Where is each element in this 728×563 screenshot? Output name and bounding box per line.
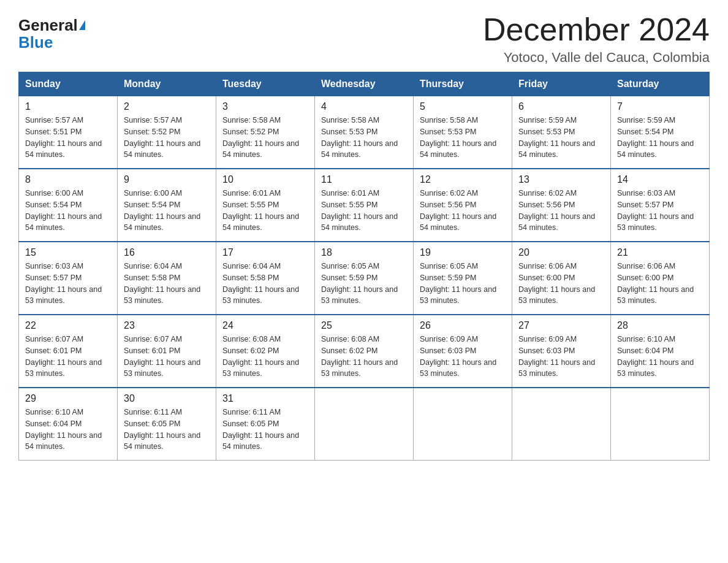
- day-info: Sunrise: 6:05 AMSunset: 5:59 PMDaylight:…: [420, 262, 496, 305]
- day-info: Sunrise: 6:01 AMSunset: 5:55 PMDaylight:…: [321, 189, 398, 232]
- calendar-week-row: 1 Sunrise: 5:57 AMSunset: 5:51 PMDayligh…: [19, 96, 710, 169]
- day-info: Sunrise: 6:08 AMSunset: 6:02 PMDaylight:…: [222, 335, 299, 378]
- table-row: 25 Sunrise: 6:08 AMSunset: 6:02 PMDaylig…: [315, 315, 414, 388]
- table-row: 29 Sunrise: 6:10 AMSunset: 6:04 PMDaylig…: [19, 388, 118, 461]
- day-number: 8: [25, 174, 111, 185]
- day-number: 31: [222, 393, 308, 404]
- day-info: Sunrise: 6:02 AMSunset: 5:56 PMDaylight:…: [420, 189, 496, 232]
- logo-triangle-icon: [79, 20, 85, 30]
- day-info: Sunrise: 5:57 AMSunset: 5:52 PMDaylight:…: [124, 116, 200, 159]
- calendar-subtitle: Yotoco, Valle del Cauca, Colombia: [483, 50, 710, 66]
- calendar-table: Sunday Monday Tuesday Wednesday Thursday…: [18, 72, 710, 461]
- table-row: 10 Sunrise: 6:01 AMSunset: 5:55 PMDaylig…: [216, 169, 315, 242]
- day-info: Sunrise: 5:57 AMSunset: 5:51 PMDaylight:…: [25, 116, 102, 159]
- day-number: 14: [617, 174, 703, 185]
- day-number: 16: [124, 247, 210, 258]
- day-info: Sunrise: 6:11 AMSunset: 6:05 PMDaylight:…: [124, 408, 200, 451]
- table-row: 30 Sunrise: 6:11 AMSunset: 6:05 PMDaylig…: [118, 388, 216, 461]
- header-friday: Friday: [512, 72, 611, 96]
- day-info: Sunrise: 6:01 AMSunset: 5:55 PMDaylight:…: [222, 189, 299, 232]
- table-row: 9 Sunrise: 6:00 AMSunset: 5:54 PMDayligh…: [118, 169, 216, 242]
- calendar-week-row: 29 Sunrise: 6:10 AMSunset: 6:04 PMDaylig…: [19, 388, 710, 461]
- day-info: Sunrise: 6:00 AMSunset: 5:54 PMDaylight:…: [124, 189, 200, 232]
- header-tuesday: Tuesday: [216, 72, 315, 96]
- day-info: Sunrise: 6:07 AMSunset: 6:01 PMDaylight:…: [25, 335, 102, 378]
- table-row: 8 Sunrise: 6:00 AMSunset: 5:54 PMDayligh…: [19, 169, 118, 242]
- header-monday: Monday: [118, 72, 216, 96]
- day-info: Sunrise: 6:02 AMSunset: 5:56 PMDaylight:…: [518, 189, 595, 232]
- day-number: 25: [321, 320, 407, 331]
- day-number: 27: [518, 320, 604, 331]
- day-info: Sunrise: 6:07 AMSunset: 6:01 PMDaylight:…: [124, 335, 200, 378]
- table-row: [512, 388, 611, 461]
- day-number: 21: [617, 247, 703, 258]
- day-number: 12: [420, 174, 506, 185]
- day-number: 30: [124, 393, 210, 404]
- table-row: 14 Sunrise: 6:03 AMSunset: 5:57 PMDaylig…: [611, 169, 710, 242]
- calendar-week-row: 15 Sunrise: 6:03 AMSunset: 5:57 PMDaylig…: [19, 242, 710, 315]
- logo-general: General: [18, 17, 78, 33]
- day-info: Sunrise: 6:06 AMSunset: 6:00 PMDaylight:…: [617, 262, 694, 305]
- day-number: 11: [321, 174, 407, 185]
- table-row: 17 Sunrise: 6:04 AMSunset: 5:58 PMDaylig…: [216, 242, 315, 315]
- table-row: 2 Sunrise: 5:57 AMSunset: 5:52 PMDayligh…: [118, 96, 216, 169]
- table-row: 27 Sunrise: 6:09 AMSunset: 6:03 PMDaylig…: [512, 315, 611, 388]
- day-number: 5: [420, 101, 506, 112]
- day-info: Sunrise: 6:10 AMSunset: 6:04 PMDaylight:…: [617, 335, 694, 378]
- table-row: 7 Sunrise: 5:59 AMSunset: 5:54 PMDayligh…: [611, 96, 710, 169]
- header-wednesday: Wednesday: [315, 72, 414, 96]
- table-row: 20 Sunrise: 6:06 AMSunset: 6:00 PMDaylig…: [512, 242, 611, 315]
- table-row: [315, 388, 414, 461]
- day-info: Sunrise: 6:03 AMSunset: 5:57 PMDaylight:…: [617, 189, 694, 232]
- day-info: Sunrise: 6:06 AMSunset: 6:00 PMDaylight:…: [518, 262, 595, 305]
- day-info: Sunrise: 5:59 AMSunset: 5:54 PMDaylight:…: [617, 116, 694, 159]
- day-info: Sunrise: 6:10 AMSunset: 6:04 PMDaylight:…: [25, 408, 102, 451]
- day-number: 20: [518, 247, 604, 258]
- table-row: 3 Sunrise: 5:58 AMSunset: 5:52 PMDayligh…: [216, 96, 315, 169]
- calendar-week-row: 22 Sunrise: 6:07 AMSunset: 6:01 PMDaylig…: [19, 315, 710, 388]
- logo: General Blue: [18, 17, 85, 50]
- day-number: 17: [222, 247, 308, 258]
- day-info: Sunrise: 5:58 AMSunset: 5:52 PMDaylight:…: [222, 116, 299, 159]
- table-row: 15 Sunrise: 6:03 AMSunset: 5:57 PMDaylig…: [19, 242, 118, 315]
- day-number: 6: [518, 101, 604, 112]
- table-row: [611, 388, 710, 461]
- day-number: 9: [124, 174, 210, 185]
- table-row: 18 Sunrise: 6:05 AMSunset: 5:59 PMDaylig…: [315, 242, 414, 315]
- day-number: 26: [420, 320, 506, 331]
- day-number: 23: [124, 320, 210, 331]
- calendar-header-row: Sunday Monday Tuesday Wednesday Thursday…: [19, 72, 710, 96]
- table-row: 16 Sunrise: 6:04 AMSunset: 5:58 PMDaylig…: [118, 242, 216, 315]
- header-saturday: Saturday: [611, 72, 710, 96]
- table-row: 23 Sunrise: 6:07 AMSunset: 6:01 PMDaylig…: [118, 315, 216, 388]
- table-row: 12 Sunrise: 6:02 AMSunset: 5:56 PMDaylig…: [414, 169, 512, 242]
- day-number: 2: [124, 101, 210, 112]
- day-info: Sunrise: 5:58 AMSunset: 5:53 PMDaylight:…: [321, 116, 398, 159]
- day-number: 19: [420, 247, 506, 258]
- calendar-title: December 2024: [483, 12, 710, 47]
- day-info: Sunrise: 6:04 AMSunset: 5:58 PMDaylight:…: [124, 262, 200, 305]
- table-row: 11 Sunrise: 6:01 AMSunset: 5:55 PMDaylig…: [315, 169, 414, 242]
- day-number: 28: [617, 320, 703, 331]
- day-info: Sunrise: 6:08 AMSunset: 6:02 PMDaylight:…: [321, 335, 398, 378]
- day-info: Sunrise: 6:03 AMSunset: 5:57 PMDaylight:…: [25, 262, 102, 305]
- table-row: [414, 388, 512, 461]
- header-sunday: Sunday: [19, 72, 118, 96]
- day-number: 15: [25, 247, 111, 258]
- table-row: 19 Sunrise: 6:05 AMSunset: 5:59 PMDaylig…: [414, 242, 512, 315]
- day-number: 24: [222, 320, 308, 331]
- table-row: 22 Sunrise: 6:07 AMSunset: 6:01 PMDaylig…: [19, 315, 118, 388]
- day-number: 10: [222, 174, 308, 185]
- table-row: 28 Sunrise: 6:10 AMSunset: 6:04 PMDaylig…: [611, 315, 710, 388]
- day-info: Sunrise: 6:09 AMSunset: 6:03 PMDaylight:…: [420, 335, 496, 378]
- day-number: 22: [25, 320, 111, 331]
- table-row: 26 Sunrise: 6:09 AMSunset: 6:03 PMDaylig…: [414, 315, 512, 388]
- logo-blue: Blue: [18, 34, 53, 50]
- day-info: Sunrise: 6:05 AMSunset: 5:59 PMDaylight:…: [321, 262, 398, 305]
- day-info: Sunrise: 6:00 AMSunset: 5:54 PMDaylight:…: [25, 189, 102, 232]
- day-number: 29: [25, 393, 111, 404]
- table-row: 4 Sunrise: 5:58 AMSunset: 5:53 PMDayligh…: [315, 96, 414, 169]
- table-row: 5 Sunrise: 5:58 AMSunset: 5:53 PMDayligh…: [414, 96, 512, 169]
- table-row: 6 Sunrise: 5:59 AMSunset: 5:53 PMDayligh…: [512, 96, 611, 169]
- table-row: 13 Sunrise: 6:02 AMSunset: 5:56 PMDaylig…: [512, 169, 611, 242]
